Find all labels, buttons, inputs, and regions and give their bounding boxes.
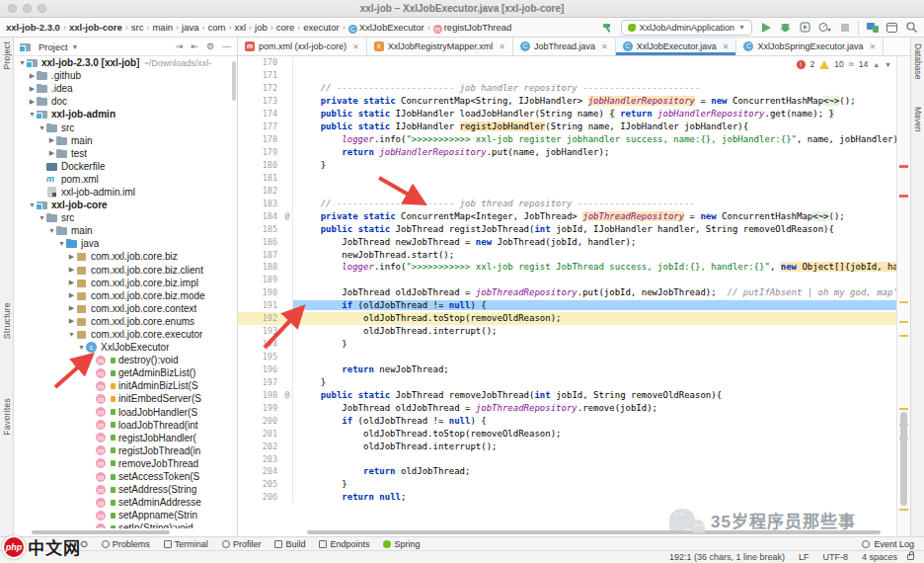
- tree-row[interactable]: msetAddress(String: [14, 483, 237, 496]
- run-button[interactable]: [759, 21, 772, 34]
- line-number[interactable]: 196: [238, 364, 281, 374]
- error-stripe-mark[interactable]: [899, 195, 908, 198]
- coverage-button[interactable]: [799, 21, 811, 34]
- line-number[interactable]: 198: [238, 390, 281, 400]
- editor-tab[interactable]: xXxlJobRegistryMapper.xml✕: [367, 38, 513, 55]
- code-line[interactable]: 183 // ---------------------- job thread…: [238, 197, 896, 209]
- close-tab-icon[interactable]: ✕: [601, 42, 608, 51]
- breadcrumb-item[interactable]: xxl: [234, 22, 246, 33]
- readonly-lock-icon[interactable]: [907, 554, 914, 560]
- line-number[interactable]: 191: [238, 300, 281, 310]
- code-line[interactable]: 206 return null;: [238, 491, 896, 504]
- breadcrumb-item[interactable]: job: [255, 22, 268, 33]
- close-tab-icon[interactable]: ✕: [352, 42, 359, 51]
- code-line[interactable]: 191 if (oldJobThread != null) {: [238, 299, 896, 312]
- line-number[interactable]: 183: [238, 199, 281, 208]
- code-line[interactable]: 204 return oldJobThread;: [238, 465, 896, 478]
- tree-chevron-icon[interactable]: ▶: [28, 98, 37, 106]
- line-number[interactable]: 197: [238, 377, 281, 387]
- tree-row[interactable]: msetIp(String):void: [14, 522, 237, 528]
- close-tab-icon[interactable]: ✕: [723, 42, 730, 51]
- tool-window-button[interactable]: Endpoints: [319, 539, 369, 549]
- window-controls[interactable]: [8, 4, 46, 13]
- tree-row[interactable]: xxl-job-admin.iml: [14, 186, 237, 199]
- tool-window-button[interactable]: Terminal: [164, 539, 208, 549]
- code-line[interactable]: 201 oldJobThread.toStop(removeOldReason)…: [238, 427, 896, 440]
- next-problem-icon[interactable]: ▼: [885, 61, 891, 68]
- editor-tab[interactable]: CJobThread.java✕: [513, 38, 616, 55]
- code-line[interactable]: 196 return newJobThread;: [238, 363, 896, 376]
- code-line[interactable]: 179 return jobHandlerRepository.put(name…: [238, 146, 896, 159]
- line-number[interactable]: 188: [238, 262, 281, 272]
- tree-row[interactable]: mregistJobHandler(: [14, 432, 237, 444]
- line-number[interactable]: 186: [238, 237, 281, 247]
- tree-chevron-icon[interactable]: ▶: [28, 72, 37, 80]
- tree-row[interactable]: msetAccessToken(S: [14, 470, 237, 483]
- breadcrumb-item[interactable]: main: [152, 22, 173, 33]
- database-tool-button[interactable]: Database: [913, 43, 923, 79]
- tool-window-button[interactable]: Spring: [383, 539, 420, 549]
- indent-setting[interactable]: 4 spaces: [862, 552, 897, 562]
- caret-position[interactable]: 192:1 (36 chars, 1 line break): [669, 552, 785, 562]
- tree-chevron-icon[interactable]: ▶: [67, 317, 76, 325]
- line-number[interactable]: 180: [238, 160, 281, 170]
- tool-window-button[interactable]: Build: [274, 539, 305, 549]
- code-line[interactable]: 174 public static IJobHandler loadJobHan…: [238, 108, 896, 121]
- collapse-all-icon[interactable]: ⇤: [191, 41, 198, 51]
- code-line[interactable]: 181: [238, 171, 896, 184]
- code-line[interactable]: 173 private static ConcurrentMap<String,…: [238, 95, 896, 108]
- tree-row[interactable]: ▶.github: [14, 69, 237, 82]
- line-number[interactable]: 170: [238, 57, 281, 67]
- tree-row[interactable]: ▶com.xxl.job.core.context: [14, 302, 237, 315]
- tree-row[interactable]: ▶com.xxl.job.core.biz.impl: [14, 277, 237, 289]
- run-configuration-select[interactable]: XxlJobAdminApplication ▼: [621, 20, 753, 36]
- code-line[interactable]: 192 oldJobThread.toStop(removeOldReason)…: [238, 312, 896, 325]
- tree-row[interactable]: ▼java: [14, 237, 237, 250]
- code-line[interactable]: 200 if (oldJobThread != null) {: [238, 414, 896, 427]
- line-number[interactable]: 206: [238, 492, 281, 502]
- warning-stripe-mark[interactable]: [899, 509, 908, 511]
- tree-row[interactable]: ▶com.xxl.job.core.biz.client: [14, 264, 237, 277]
- tree-row[interactable]: mgetAdminBizList(): [14, 366, 237, 379]
- line-number[interactable]: 195: [238, 352, 281, 362]
- line-number[interactable]: 199: [238, 403, 281, 413]
- tree-row[interactable]: ▶com.xxl.job.core.enums: [14, 315, 237, 328]
- line-number[interactable]: 201: [238, 429, 281, 439]
- line-number[interactable]: 203: [238, 454, 281, 464]
- code-line[interactable]: 188 logger.info(">>>>>>>>>>> xxl-job reg…: [238, 261, 896, 274]
- line-number[interactable]: 192: [238, 313, 281, 323]
- code-line[interactable]: 190 JobThread oldJobThread = jobThreadRe…: [238, 286, 896, 299]
- code-line[interactable]: 171: [238, 69, 896, 82]
- tree-chevron-icon[interactable]: ▶: [67, 253, 76, 261]
- code-editor[interactable]: 170171172 // ---------------------- job …: [238, 56, 896, 536]
- devices-icon[interactable]: [866, 21, 879, 34]
- tree-row[interactable]: ▼xxl-job-2.3.0 [xxl-job] ~/Downloads/xxl…: [14, 56, 237, 69]
- tree-chevron-icon[interactable]: ▶: [67, 266, 76, 274]
- breadcrumb-item[interactable]: executor: [303, 22, 339, 33]
- line-number[interactable]: 189: [238, 275, 281, 284]
- code-line[interactable]: 178 logger.info(">>>>>>>>>>> xxl-job reg…: [238, 133, 896, 146]
- tree-row[interactable]: ▶com.xxl.job.core.biz: [14, 250, 237, 263]
- tree-chevron-icon[interactable]: ▶: [28, 85, 37, 93]
- line-number[interactable]: 173: [238, 96, 281, 106]
- code-line[interactable]: 187 newJobThread.start();: [238, 248, 896, 261]
- tree-chevron-icon[interactable]: ▼: [57, 240, 66, 247]
- tree-chevron-icon[interactable]: ▼: [67, 331, 76, 338]
- tree-row[interactable]: minitEmbedServer(S: [14, 392, 237, 405]
- error-stripe[interactable]: [896, 56, 910, 536]
- tree-row[interactable]: mremoveJobThread: [14, 457, 237, 470]
- code-line[interactable]: 199 JobThread oldJobThread = jobThreadRe…: [238, 401, 896, 414]
- tree-row[interactable]: ▼xxl-job-admin: [14, 108, 237, 121]
- line-number[interactable]: 205: [238, 479, 281, 489]
- tool-windows-icon[interactable]: [886, 21, 898, 34]
- code-line[interactable]: 203: [238, 452, 896, 465]
- code-line[interactable]: 177 public static IJobHandler registJobH…: [238, 121, 896, 133]
- tree-chevron-icon[interactable]: ▶: [67, 291, 76, 299]
- line-number[interactable]: 181: [238, 173, 281, 183]
- stop-button[interactable]: [838, 21, 851, 34]
- tree-row[interactable]: mloadJobThread(int: [14, 419, 237, 432]
- error-stripe-mark[interactable]: [899, 165, 908, 168]
- profiler-button[interactable]: [818, 21, 831, 34]
- code-line[interactable]: 180 }: [238, 159, 896, 172]
- line-number[interactable]: 187: [238, 250, 281, 260]
